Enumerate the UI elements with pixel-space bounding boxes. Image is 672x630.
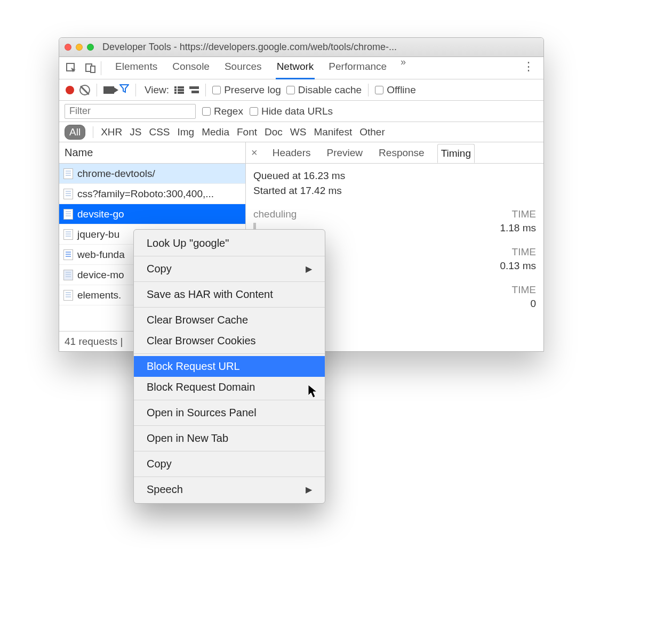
close-window-button[interactable] [65, 44, 71, 51]
filter-font[interactable]: Font [237, 126, 257, 138]
type-filter-row: All XHR JS CSS Img Media Font Doc WS Man… [59, 122, 543, 142]
tab-sources[interactable]: Sources [223, 56, 263, 79]
traffic-lights [65, 44, 94, 51]
file-icon [63, 229, 73, 240]
view-label: View: [145, 84, 169, 96]
filter-xhr[interactable]: XHR [101, 126, 122, 138]
network-toolbar: View: Preserve log Disable cache Offline [59, 79, 543, 101]
name-column-header[interactable]: Name [59, 142, 245, 164]
overview-icon[interactable] [189, 86, 199, 94]
menu-separator [134, 281, 325, 282]
submenu-arrow-icon: ▶ [306, 264, 312, 274]
more-tabs-icon[interactable]: » [401, 56, 406, 79]
detail-tab-response[interactable]: Response [375, 144, 428, 162]
menu-clear-cookies[interactable]: Clear Browser Cookies [134, 330, 325, 351]
detail-tab-headers[interactable]: Headers [269, 144, 314, 162]
timing-section: chedulingTIME [253, 208, 536, 220]
timing-queued: Queued at 16.23 ms [253, 170, 536, 182]
request-row[interactable]: devsite-go [59, 204, 245, 224]
menu-block-request-url[interactable]: Block Request URL [134, 356, 325, 377]
devtools-tabbar: Elements Console Sources Network Perform… [59, 57, 543, 79]
menu-clear-cache[interactable]: Clear Browser Cache [134, 310, 325, 330]
detail-tabs: × Headers Preview Response Timing [246, 142, 543, 164]
filter-input[interactable] [65, 104, 196, 119]
divider [205, 84, 206, 96]
divider [93, 126, 93, 138]
filter-media[interactable]: Media [202, 126, 229, 138]
menu-block-request-domain[interactable]: Block Request Domain [134, 377, 325, 398]
filter-ws[interactable]: WS [290, 126, 307, 138]
screenshot-icon[interactable] [103, 86, 114, 94]
submenu-arrow-icon: ▶ [306, 484, 312, 495]
file-icon [63, 189, 73, 199]
filter-img[interactable]: Img [178, 126, 195, 138]
offline-checkbox[interactable]: Offline [375, 84, 416, 96]
tab-elements[interactable]: Elements [114, 56, 158, 79]
menu-copy-submenu[interactable]: Copy▶ [134, 259, 325, 279]
detail-tab-preview[interactable]: Preview [324, 144, 366, 162]
large-rows-icon[interactable] [174, 86, 184, 94]
hide-data-urls-checkbox[interactable]: Hide data URLs [250, 106, 333, 117]
menu-copy[interactable]: Copy [134, 454, 325, 474]
menu-save-har[interactable]: Save as HAR with Content [134, 284, 325, 305]
filter-css[interactable]: CSS [149, 126, 170, 138]
menu-separator [134, 256, 325, 256]
record-button[interactable] [66, 86, 74, 94]
file-icon [63, 290, 73, 301]
device-toggle-icon[interactable] [85, 62, 97, 74]
menu-separator [134, 425, 325, 426]
divider [368, 84, 369, 96]
devtools-menu-icon[interactable]: ⋮ [521, 60, 537, 77]
divider [97, 84, 97, 96]
menu-separator [134, 400, 325, 400]
menu-open-new-tab[interactable]: Open in New Tab [134, 428, 325, 449]
window-title: Developer Tools - https://developers.goo… [102, 42, 538, 53]
request-row[interactable]: css?family=Roboto:300,400,... [59, 184, 245, 204]
menu-speech-submenu[interactable]: Speech▶ [134, 479, 325, 500]
disable-cache-checkbox[interactable]: Disable cache [286, 84, 362, 96]
filter-js[interactable]: JS [130, 126, 141, 138]
menu-separator [134, 451, 325, 451]
menu-open-sources[interactable]: Open in Sources Panel [134, 402, 325, 423]
file-icon [63, 270, 73, 280]
timing-started: Started at 17.42 ms [253, 185, 536, 197]
regex-checkbox[interactable]: Regex [202, 106, 243, 117]
zoom-window-button[interactable] [87, 44, 94, 51]
detail-tab-timing[interactable]: Timing [437, 144, 475, 163]
request-row[interactable]: chrome-devtools/ [59, 164, 245, 184]
menu-separator [134, 353, 325, 354]
filter-doc[interactable]: Doc [265, 126, 283, 138]
svg-rect-2 [91, 66, 95, 72]
filter-all[interactable]: All [65, 125, 85, 140]
context-menu: Look Up "google" Copy▶ Save as HAR with … [133, 229, 325, 504]
inspect-element-icon[interactable] [66, 62, 77, 74]
titlebar: Developer Tools - https://developers.goo… [59, 38, 543, 57]
tab-console[interactable]: Console [171, 56, 211, 79]
file-icon [63, 209, 73, 220]
minimize-window-button[interactable] [76, 44, 83, 51]
menu-separator [134, 476, 325, 477]
menu-separator [134, 307, 325, 308]
clear-button[interactable] [79, 85, 90, 95]
tab-network[interactable]: Network [276, 56, 315, 79]
filter-other[interactable]: Other [359, 126, 385, 138]
tab-performance[interactable]: Performance [327, 56, 388, 79]
filter-row: Regex Hide data URLs [59, 101, 543, 122]
menu-lookup[interactable]: Look Up "google" [134, 233, 325, 254]
close-detail-icon[interactable]: × [251, 147, 260, 159]
file-icon [63, 168, 73, 179]
filter-toggle-icon[interactable] [119, 84, 129, 96]
filter-manifest[interactable]: Manifest [314, 126, 352, 138]
file-icon [63, 249, 73, 260]
preserve-log-checkbox[interactable]: Preserve log [212, 84, 281, 96]
divider [135, 84, 136, 96]
